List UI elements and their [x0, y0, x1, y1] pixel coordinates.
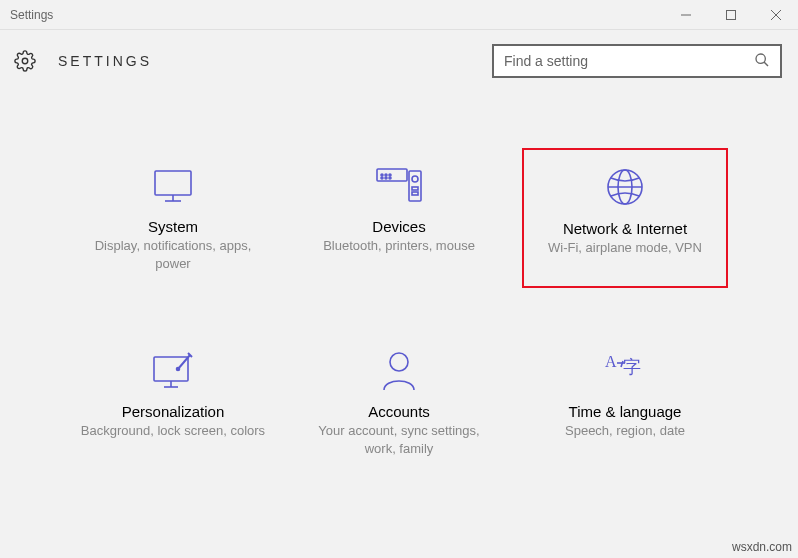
svg-rect-24 [154, 357, 188, 381]
person-icon [379, 345, 419, 395]
svg-point-28 [390, 353, 408, 371]
watermark: wsxdn.com [732, 540, 792, 554]
maximize-button[interactable] [708, 0, 753, 30]
tile-title: Devices [372, 218, 425, 235]
svg-rect-20 [412, 192, 418, 195]
svg-point-16 [389, 177, 391, 179]
svg-point-14 [381, 177, 383, 179]
tile-desc: Background, lock screen, colors [81, 422, 265, 440]
svg-point-11 [381, 174, 383, 176]
tile-time-language[interactable]: A 字 Time & language Speech, region, date [522, 333, 728, 473]
svg-rect-7 [155, 171, 191, 195]
tile-desc: Display, notifications, apps, power [78, 237, 268, 272]
window-titlebar: Settings [0, 0, 798, 30]
svg-line-6 [764, 62, 768, 66]
settings-tiles: System Display, notifications, apps, pow… [0, 78, 798, 473]
svg-text:字: 字 [623, 357, 641, 377]
minimize-button[interactable] [663, 0, 708, 30]
devices-icon [375, 160, 423, 210]
tile-desc: Bluetooth, printers, mouse [323, 237, 475, 255]
search-input[interactable] [504, 53, 754, 69]
svg-point-12 [385, 174, 387, 176]
svg-point-4 [22, 58, 28, 64]
tile-title: Accounts [368, 403, 430, 420]
svg-point-27 [177, 368, 180, 371]
search-box[interactable] [492, 44, 782, 78]
tile-title: Personalization [122, 403, 225, 420]
display-icon [151, 160, 195, 210]
tile-system[interactable]: System Display, notifications, apps, pow… [70, 148, 276, 288]
settings-header: SETTINGS [0, 30, 798, 78]
tile-accounts[interactable]: Accounts Your account, sync settings, wo… [296, 333, 502, 473]
svg-rect-1 [726, 11, 735, 20]
gear-icon [14, 50, 36, 72]
time-language-icon: A 字 [601, 345, 649, 395]
tile-desc: Speech, region, date [565, 422, 685, 440]
search-icon [754, 52, 770, 71]
tile-desc: Your account, sync settings, work, famil… [304, 422, 494, 457]
window-title: Settings [0, 8, 53, 22]
svg-rect-19 [412, 187, 418, 190]
tile-desc: Wi-Fi, airplane mode, VPN [548, 239, 702, 257]
globe-icon [604, 162, 646, 212]
window-controls [663, 0, 798, 30]
svg-point-5 [756, 54, 765, 63]
tile-title: System [148, 218, 198, 235]
tile-title: Network & Internet [563, 220, 687, 237]
tile-network[interactable]: Network & Internet Wi-Fi, airplane mode,… [522, 148, 728, 288]
svg-point-18 [412, 176, 418, 182]
svg-point-13 [389, 174, 391, 176]
page-title: SETTINGS [58, 53, 492, 69]
tile-personalization[interactable]: Personalization Background, lock screen,… [70, 333, 276, 473]
svg-text:A: A [605, 353, 617, 370]
svg-point-15 [385, 177, 387, 179]
close-button[interactable] [753, 0, 798, 30]
personalization-icon [150, 345, 196, 395]
tile-devices[interactable]: Devices Bluetooth, printers, mouse [296, 148, 502, 288]
tile-title: Time & language [569, 403, 682, 420]
